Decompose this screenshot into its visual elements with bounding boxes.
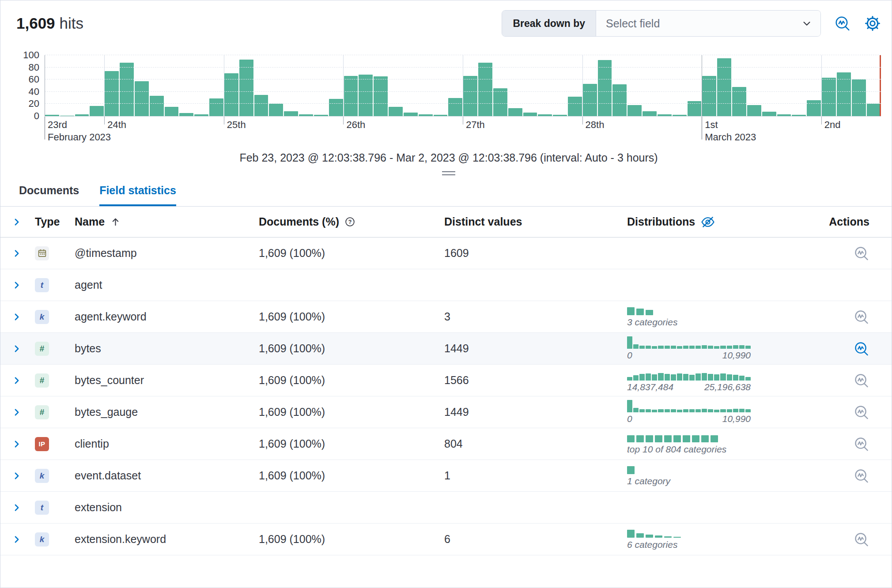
mini-histogram-bar	[683, 374, 688, 381]
expand-row-button[interactable]	[9, 405, 24, 420]
range-max-label: 25,196,638	[704, 382, 751, 392]
documents-percent: 1,609 (100%)	[259, 310, 444, 323]
explore-field-button[interactable]	[854, 245, 869, 261]
field-type-icon-number: #	[35, 373, 49, 388]
breakdown-control: Break down by Select field	[502, 10, 821, 37]
histogram-plot[interactable]: 020406080100	[45, 55, 881, 116]
y-axis-label: 20	[29, 98, 39, 109]
day-gridline	[104, 55, 105, 116]
category-bar	[664, 536, 672, 538]
column-header-type[interactable]: Type	[35, 215, 64, 228]
expand-row-button[interactable]	[9, 468, 24, 483]
expand-row-button[interactable]	[9, 341, 24, 356]
time-range-end-marker	[880, 55, 881, 116]
expand-all-button[interactable]	[9, 215, 24, 230]
expand-row-button[interactable]	[9, 246, 24, 261]
tab-documents[interactable]: Documents	[19, 184, 79, 206]
histogram-bar	[284, 111, 298, 116]
explore-field-button[interactable]	[854, 468, 869, 484]
histogram-bar	[254, 95, 268, 116]
range-max-label: 10,990	[722, 414, 751, 424]
histogram-bar	[239, 60, 253, 116]
actions-cell	[817, 531, 892, 547]
table-header-row: Type Name Documents (%) ? Distinct value…	[0, 207, 892, 237]
field-name: clientip	[64, 437, 259, 450]
chevron-right-icon	[12, 281, 21, 290]
expand-cell	[9, 532, 35, 547]
actions-cell	[817, 468, 892, 484]
help-icon[interactable]: ?	[344, 216, 355, 227]
tick-mark	[702, 117, 702, 139]
explore-field-button[interactable]	[854, 404, 869, 420]
field-name: event.dataset	[64, 469, 259, 482]
histogram-bar	[179, 113, 193, 116]
mini-histogram-bar	[708, 346, 713, 349]
column-header-distributions[interactable]: Distributions	[627, 215, 695, 228]
chart-settings-button[interactable]	[864, 15, 881, 32]
mini-histogram-bar	[714, 410, 719, 412]
histogram-bar	[344, 76, 358, 116]
categories-label: 3 categories	[627, 317, 677, 328]
edit-visualization-button[interactable]	[834, 15, 851, 32]
distribution-preview: 14,837,48425,196,638	[627, 368, 751, 392]
histogram-y-axis: 020406080100	[15, 55, 39, 116]
y-axis-label: 40	[29, 86, 39, 98]
column-header-documents[interactable]: Documents (%)	[259, 215, 339, 228]
actions-cell	[817, 404, 892, 420]
y-axis-label: 100	[23, 49, 39, 61]
explore-field-button[interactable]	[854, 531, 869, 547]
mini-histogram-bar	[720, 409, 726, 412]
mini-histogram-bar	[739, 409, 745, 412]
tick-mark	[343, 117, 344, 124]
eye-slash-icon[interactable]	[700, 215, 715, 230]
expand-row-button[interactable]	[9, 309, 24, 324]
x-tick-day: 24th	[107, 119, 126, 131]
category-bar	[683, 435, 690, 442]
expand-cell	[9, 373, 35, 388]
column-header-distinct-values[interactable]: Distinct values	[444, 215, 627, 228]
magnifier-chart-icon	[854, 468, 869, 484]
explore-field-button[interactable]	[854, 309, 869, 325]
distribution-preview: 010,990	[627, 336, 751, 361]
distribution-cell: 010,990	[627, 336, 817, 361]
expand-row-button[interactable]	[9, 500, 24, 515]
expand-row-button[interactable]	[9, 373, 24, 388]
view-tabs: Documents Field statistics	[0, 175, 892, 207]
documents-percent: 1,609 (100%)	[259, 342, 444, 355]
sort-ascending-icon[interactable]	[110, 216, 121, 227]
magnifier-chart-icon	[854, 531, 869, 547]
table-row: IPclientip1,609 (100%)804top 10 of 804 c…	[0, 428, 892, 460]
expand-row-button[interactable]	[9, 278, 24, 293]
expand-row-button[interactable]	[9, 532, 24, 547]
mini-histogram-bar	[652, 410, 657, 412]
discover-panel: 1,609hits Break down by Select field	[0, 0, 892, 588]
type-cell: k	[35, 532, 64, 547]
explore-field-button[interactable]	[854, 436, 869, 452]
category-bar	[655, 435, 662, 442]
mini-histogram-bar	[633, 344, 639, 349]
chevron-right-icon	[12, 408, 21, 417]
chevron-right-icon	[12, 535, 21, 544]
tab-field-statistics[interactable]: Field statistics	[99, 184, 176, 206]
histogram-bar	[463, 76, 477, 116]
field-type-icon-ip: IP	[35, 437, 49, 451]
actions-cell	[817, 341, 892, 357]
explore-field-button[interactable]	[854, 373, 869, 388]
documents-percent: 1,609 (100%)	[259, 533, 444, 546]
x-tick-day: 27th	[466, 119, 485, 131]
type-cell: t	[35, 501, 64, 515]
column-header-name[interactable]: Name	[75, 215, 105, 228]
histogram-range-labels: 010,990	[627, 414, 751, 424]
categories-label: 1 category	[627, 476, 670, 486]
expand-row-button[interactable]	[9, 437, 24, 452]
mini-histogram-bar	[677, 346, 682, 349]
explore-field-button[interactable]	[854, 341, 869, 357]
y-axis-label: 80	[29, 62, 39, 73]
distinct-values: 1609	[444, 247, 627, 260]
breakdown-select[interactable]: Select field	[596, 11, 820, 36]
histogram-bar	[209, 98, 223, 116]
mini-histogram-bar	[720, 346, 726, 349]
mini-histogram-bar	[652, 374, 657, 381]
panel-resize-handle[interactable]	[441, 171, 456, 175]
category-bar	[627, 466, 635, 474]
